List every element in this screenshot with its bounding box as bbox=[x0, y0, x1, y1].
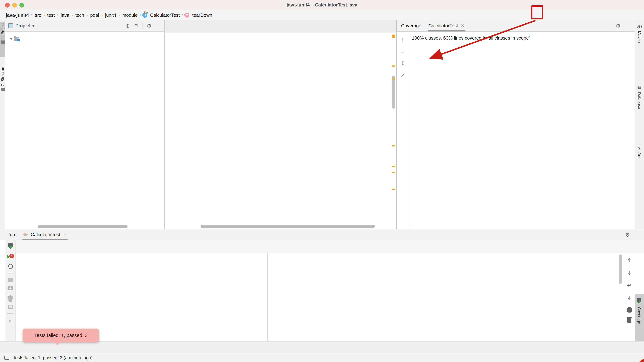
run-tool-window: Run: CalculatorTest ✕ ⚙ — ! » bbox=[0, 229, 644, 341]
stripe-label: Ant bbox=[637, 152, 642, 158]
scroll-to-end-icon[interactable]: ↧ bbox=[627, 294, 632, 301]
test-result-balloon[interactable]: Tests failed: 1, passed: 3 bbox=[23, 328, 99, 342]
breadcrumb-item[interactable]: tearDown bbox=[192, 13, 212, 18]
breadcrumb-separator-icon: › bbox=[31, 13, 33, 18]
stripe-button-1-project[interactable]: 1: Project bbox=[0, 22, 6, 57]
gear-icon[interactable]: ⚙ bbox=[147, 23, 152, 29]
editor-error-stripe[interactable] bbox=[391, 33, 396, 224]
breadcrumb-item[interactable]: java-junit4 bbox=[6, 13, 29, 18]
prev-occurrence-icon[interactable]: ↑ bbox=[627, 257, 632, 264]
project-view-icon bbox=[8, 23, 13, 28]
run-console[interactable] bbox=[268, 253, 624, 341]
status-message[interactable]: Tests failed: 1, passed: 3 (a minute ago… bbox=[13, 355, 92, 360]
maven-m-icon: m bbox=[637, 24, 642, 29]
breadcrumb-item[interactable]: CalculatorTest bbox=[150, 13, 180, 18]
hide-panel-icon[interactable]: — bbox=[634, 232, 640, 238]
flatten-packages-icon[interactable]: ≡ bbox=[400, 49, 405, 55]
breadcrumb-separator-icon: › bbox=[140, 13, 142, 18]
chevron-down-icon[interactable]: ▼ bbox=[32, 24, 35, 28]
breadcrumb-separator-icon: › bbox=[182, 13, 184, 18]
clear-console-icon[interactable] bbox=[627, 318, 631, 323]
stripe-button-z-structure[interactable]: Z: Structure bbox=[0, 66, 6, 108]
editor-tab-bar bbox=[164, 20, 396, 33]
stripe-label: Maven bbox=[637, 31, 642, 43]
more-icon[interactable]: » bbox=[9, 318, 12, 323]
run-tab[interactable]: CalculatorTest ✕ bbox=[22, 229, 68, 240]
breadcrumb-separator-icon: › bbox=[86, 13, 88, 18]
breadcrumb-item[interactable]: src bbox=[35, 13, 41, 18]
breadcrumb-separator-icon: › bbox=[118, 13, 120, 18]
breadcrumb-item[interactable]: java bbox=[61, 13, 69, 18]
breadcrumb-item[interactable]: pdai bbox=[90, 13, 99, 18]
coverage-tool-window: Coverage: CalculatorTest ✕ ⚙ — ↑ ≡ ↧ ↗ 1… bbox=[397, 20, 635, 229]
breadcrumb-item[interactable]: test bbox=[47, 13, 54, 18]
close-icon[interactable]: ✕ bbox=[63, 232, 67, 237]
editor-content[interactable] bbox=[164, 33, 396, 224]
project-panel-header: Project ▼ ⊕ ⊟ ⚙ — bbox=[6, 20, 164, 32]
balloon-text: Tests failed: 1, passed: 3 bbox=[34, 333, 88, 338]
run-tab-label: CalculatorTest bbox=[31, 232, 60, 238]
import-coverage-icon[interactable]: ↧ bbox=[400, 60, 405, 66]
editor-area bbox=[164, 20, 397, 229]
vcs-change-mark bbox=[392, 66, 395, 67]
locate-file-icon[interactable]: ⊕ bbox=[126, 23, 130, 29]
project-tree-hscrollbar[interactable] bbox=[38, 225, 128, 228]
coverage-stripe-label: Coverage bbox=[637, 307, 642, 324]
run-test-toolbar bbox=[16, 240, 644, 253]
divider bbox=[7, 273, 14, 273]
rerun-with-coverage-icon[interactable] bbox=[8, 243, 13, 249]
run-panel-header: Run: CalculatorTest ✕ ⚙ — bbox=[0, 229, 644, 240]
run-side-toolbar: ! » bbox=[6, 240, 16, 341]
breadcrumb-separator-icon: › bbox=[57, 13, 58, 18]
close-icon[interactable]: ✕ bbox=[461, 23, 464, 28]
tool-window-bar bbox=[0, 341, 644, 353]
hide-panel-icon[interactable]: — bbox=[625, 23, 630, 29]
stripe-button-ant[interactable]: ✳Ant bbox=[635, 146, 644, 178]
vcs-change-mark bbox=[392, 35, 395, 38]
coverage-tab[interactable]: CalculatorTest ✕ bbox=[428, 20, 465, 32]
console-toolbar: ↑ ↓ ↵ ↧ bbox=[624, 253, 635, 341]
navigate-up-icon[interactable]: ↑ bbox=[400, 37, 405, 43]
hide-panel-icon[interactable]: — bbox=[156, 23, 161, 29]
breadcrumb-item[interactable]: module bbox=[122, 13, 138, 18]
coverage-summary: 100% classes, 63% lines covered in 'all … bbox=[412, 35, 530, 41]
project-tool-window: Project ▼ ⊕ ⊟ ⚙ — ▼ bbox=[6, 20, 164, 229]
breadcrumb-item[interactable]: junit4 bbox=[105, 13, 116, 18]
class-icon: C bbox=[142, 13, 147, 18]
tool-window-toggle-icon[interactable] bbox=[4, 356, 9, 360]
stop-icon[interactable] bbox=[8, 278, 12, 282]
stripe-label: Database bbox=[637, 92, 642, 109]
chevron-expanded-icon[interactable]: ▼ bbox=[8, 37, 14, 41]
soft-wrap-icon[interactable]: ↵ bbox=[627, 282, 632, 288]
rerun-failed-tests-icon[interactable]: ! bbox=[8, 254, 13, 259]
coverage-panel-label: Coverage: bbox=[401, 23, 422, 29]
print-icon[interactable] bbox=[626, 308, 632, 312]
exit-icon[interactable] bbox=[8, 305, 13, 309]
collapse-all-icon[interactable]: ⊟ bbox=[134, 23, 138, 28]
navigation-bar: java-junit4›src›test›java›tech›pdai›juni… bbox=[0, 10, 644, 20]
project-panel-title[interactable]: Project bbox=[16, 23, 30, 29]
gear-icon[interactable]: ⚙ bbox=[625, 232, 630, 238]
method-icon: m bbox=[184, 13, 190, 18]
active-tab-underline bbox=[428, 30, 465, 32]
vcs-change-mark bbox=[392, 172, 395, 173]
export-coverage-icon[interactable]: ↗ bbox=[400, 72, 405, 78]
breadcrumb-separator-icon: › bbox=[72, 13, 73, 18]
console-vscrollbar-thumb[interactable] bbox=[619, 254, 622, 284]
editor-hscrollbar[interactable] bbox=[200, 225, 375, 228]
titlebar: java-junit4 – CalculatorTest.java bbox=[0, 0, 644, 10]
stripe-button-maven[interactable]: mMaven bbox=[635, 24, 644, 67]
breadcrumb-item[interactable]: tech bbox=[75, 13, 84, 18]
ide-window: java-junit4 – CalculatorTest.java java-j… bbox=[0, 0, 644, 362]
tree-item-java-junit4[interactable]: ▼ bbox=[6, 34, 164, 43]
editor-vscrollbar-thumb[interactable] bbox=[392, 76, 395, 109]
database-icon: ≋ bbox=[637, 85, 641, 90]
coverage-panel-header: Coverage: CalculatorTest ✕ ⚙ — bbox=[397, 20, 635, 32]
thread-dump-icon[interactable] bbox=[8, 286, 13, 290]
vcs-change-mark bbox=[392, 166, 395, 167]
toggle-auto-test-icon[interactable] bbox=[8, 264, 13, 269]
stripe-button-database[interactable]: ≋Database bbox=[635, 85, 644, 135]
next-occurrence-icon[interactable]: ↓ bbox=[627, 270, 632, 276]
gear-icon[interactable]: ⚙ bbox=[616, 23, 621, 29]
attach-debugger-icon[interactable] bbox=[8, 295, 12, 300]
